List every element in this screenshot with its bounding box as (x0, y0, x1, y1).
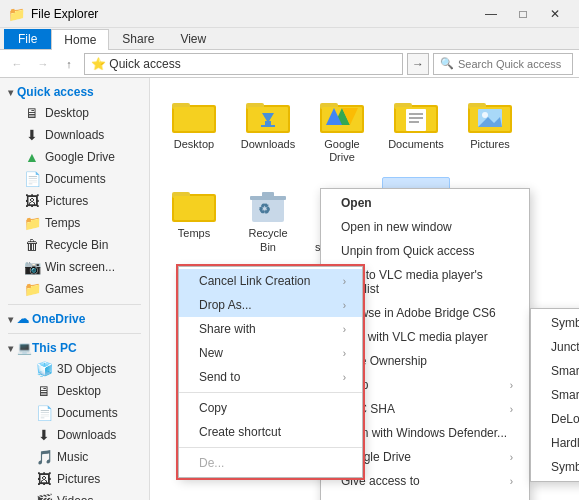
ctx-crc-sha-arrow: › (510, 404, 513, 415)
ctx-bottom-share-with-arrow: › (343, 324, 346, 335)
folder-documents[interactable]: Documents (382, 88, 450, 171)
up-button[interactable]: ↑ (58, 53, 80, 75)
sidebar-label-documents2: Documents (57, 406, 118, 420)
quick-access-label: Quick access (17, 85, 94, 99)
sidebar-item-temps[interactable]: 📁 Temps (0, 212, 149, 234)
title-bar: 📁 File Explorer — □ ✕ (0, 0, 579, 28)
sidebar-item-win-screenshots[interactable]: 📷 Win screen... (0, 256, 149, 278)
sidebar-label-desktop2: Desktop (57, 384, 101, 398)
sidebar-label-gdrive: Google Drive (45, 150, 115, 164)
close-button[interactable]: ✕ (539, 0, 571, 28)
svg-rect-20 (409, 117, 423, 119)
ctx-open[interactable]: Open (321, 191, 529, 215)
ctx-unpin-label: Unpin from Quick access (341, 244, 474, 258)
sidebar-item-downloads2[interactable]: ⬇ Downloads (0, 424, 149, 446)
sidebar-onedrive[interactable]: ▾ ☁ OneDrive (0, 309, 149, 329)
sidebar-item-googledrive[interactable]: ▲ Google Drive (0, 146, 149, 168)
ctx-bottom-new[interactable]: New › (179, 341, 362, 365)
ctx-bottom-new-label: New (199, 346, 223, 360)
ctx-sub-hardlink-clone[interactable]: Hardlink Clone (531, 431, 579, 455)
tab-home[interactable]: Home (51, 29, 109, 50)
sidebar-label-win-screenshots: Win screen... (45, 260, 115, 274)
desktop-icon: 🖥 (24, 105, 40, 121)
temps-icon: 📁 (24, 215, 40, 231)
folder-pictures[interactable]: Pictures (456, 88, 524, 171)
ctx-sub-symbolic-link[interactable]: Symbolic Link (531, 311, 579, 335)
minimize-button[interactable]: — (475, 0, 507, 28)
ctx-open-new-window[interactable]: Open in new window (321, 215, 529, 239)
sidebar-label-pictures2: Pictures (57, 472, 100, 486)
ctx-adobe-bridge-label: Browse in Adobe Bridge CS6 (341, 306, 496, 320)
ctx-bottom-share-with[interactable]: Share with › (179, 317, 362, 341)
this-pc-label: This PC (32, 341, 77, 355)
ctx-bottom-send-to-arrow: › (343, 372, 346, 383)
address-input[interactable] (84, 53, 403, 75)
sidebar-item-documents[interactable]: 📄 Documents (0, 168, 149, 190)
onedrive-arrow: ▾ (8, 314, 13, 325)
sidebar-item-desktop2[interactable]: 🖥 Desktop (0, 380, 149, 402)
ctx-bottom-cancel-link[interactable]: Cancel Link Creation › (179, 269, 362, 293)
ctx-bottom-delete[interactable]: De... (179, 451, 362, 475)
ctx-unpin[interactable]: Unpin from Quick access (321, 239, 529, 263)
maximize-button[interactable]: □ (507, 0, 539, 28)
folder-recycle-bin[interactable]: ♻ Recycle Bin (234, 177, 302, 274)
svg-rect-19 (409, 113, 423, 115)
sidebar-item-3dobjects[interactable]: 🧊 3D Objects (0, 358, 149, 380)
quick-access-arrow: ▾ (8, 87, 13, 98)
ribbon-tabs: File Home Share View (0, 28, 579, 50)
recycle-bin-icon: 🗑 (24, 237, 40, 253)
sidebar-item-recycle-bin[interactable]: 🗑 Recycle Bin (0, 234, 149, 256)
ctx-open-label: Open (341, 196, 372, 210)
folder-documents-icon (392, 95, 440, 135)
ctx-sub-smart-mirror[interactable]: Smart Mirror (531, 383, 579, 407)
documents2-icon: 📄 (36, 405, 52, 421)
ctx-bottom-create-shortcut[interactable]: Create shortcut (179, 420, 362, 444)
svg-text:♻: ♻ (258, 201, 271, 217)
gdrive-icon: ▲ (24, 149, 40, 165)
ctx-bottom-drop-as[interactable]: Drop As... › (179, 293, 362, 317)
sidebar-item-videos[interactable]: 🎬 Videos (0, 490, 149, 500)
ctx-vlc-play-label: Play with VLC media player (341, 330, 488, 344)
sidebar-label-recycle-bin: Recycle Bin (45, 238, 108, 252)
address-go-button[interactable]: → (407, 53, 429, 75)
ctx-bottom-drop-as-arrow: › (343, 300, 346, 311)
search-input[interactable] (458, 58, 566, 70)
forward-button[interactable]: → (32, 53, 54, 75)
ctx-sub-junction-label: Junction (551, 340, 579, 354)
ctx-sub-junction[interactable]: Junction (531, 335, 579, 359)
back-button[interactable]: ← (6, 53, 28, 75)
music-icon: 🎵 (36, 449, 52, 465)
folder-temps[interactable]: Temps (160, 177, 228, 274)
sidebar-item-pictures2[interactable]: 🖼 Pictures (0, 468, 149, 490)
ctx-bottom-copy[interactable]: Copy (179, 396, 362, 420)
sidebar-item-desktop[interactable]: 🖥 Desktop (0, 102, 149, 124)
tab-file[interactable]: File (4, 29, 51, 49)
ctx-restore-versions[interactable]: Restore previous versions (321, 493, 529, 500)
sidebar-item-downloads[interactable]: ⬇ Downloads (0, 124, 149, 146)
sidebar-this-pc[interactable]: ▾ 💻 This PC (0, 338, 149, 358)
folder-desktop[interactable]: Desktop (160, 88, 228, 171)
sidebar-item-pictures[interactable]: 🖼 Pictures (0, 190, 149, 212)
sidebar: ▾ Quick access 🖥 Desktop ⬇ Downloads ▲ G… (0, 78, 150, 500)
folder-googledrive[interactable]: Google Drive (308, 88, 376, 171)
onedrive-label: OneDrive (32, 312, 85, 326)
ctx-bottom-send-to[interactable]: Send to › (179, 365, 362, 389)
tab-view[interactable]: View (167, 28, 219, 49)
sidebar-item-music[interactable]: 🎵 Music (0, 446, 149, 468)
tab-share[interactable]: Share (109, 28, 167, 49)
folder-downloads-label: Downloads (241, 138, 295, 151)
sidebar-item-documents2[interactable]: 📄 Documents (0, 402, 149, 424)
videos-icon: 🎬 (36, 493, 52, 500)
win-screenshots-icon: 📷 (24, 259, 40, 275)
search-box[interactable]: 🔍 (433, 53, 573, 75)
sidebar-item-games[interactable]: 📁 Games (0, 278, 149, 300)
svg-rect-30 (174, 196, 214, 220)
ctx-sub-symbolic-link-clone[interactable]: Symbolic Link Clone (531, 455, 579, 479)
ctx-bottom-new-arrow: › (343, 348, 346, 359)
sidebar-quick-access[interactable]: ▾ Quick access (0, 82, 149, 102)
folder-temps-icon (170, 184, 218, 224)
ctx-sub-delorean-copy[interactable]: DeLorean Copy (531, 407, 579, 431)
folder-downloads[interactable]: Downloads (234, 88, 302, 171)
ctx-sub-smart-copy[interactable]: Smart Copy (531, 359, 579, 383)
folder-googledrive-icon (318, 95, 366, 135)
